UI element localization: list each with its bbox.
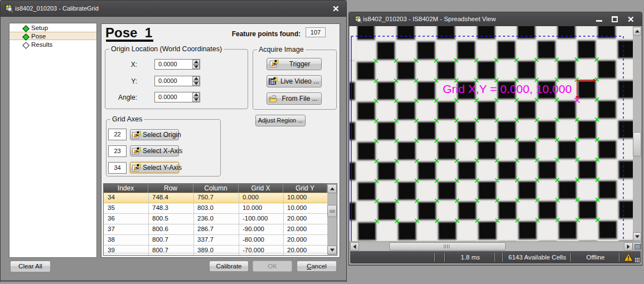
svg-text:Grid X,Y = 0.000, 10.000: Grid X,Y = 0.000, 10.000: [443, 82, 572, 95]
